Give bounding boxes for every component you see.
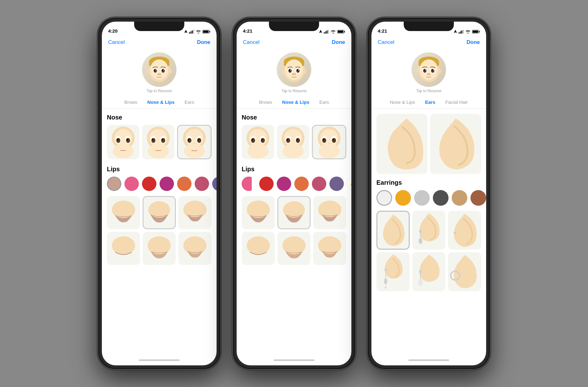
svg-rect-139 bbox=[459, 32, 459, 34]
nose-title-1: Nose bbox=[107, 114, 212, 121]
tab-ears-2[interactable]: Ears bbox=[314, 98, 334, 106]
tab-facial-hair-3[interactable]: Facial Hair bbox=[440, 98, 473, 106]
nose-grid-2 bbox=[242, 125, 346, 159]
lips-color-orange[interactable] bbox=[177, 177, 192, 191]
svg-rect-142 bbox=[463, 30, 464, 34]
lips-color-dark-2[interactable] bbox=[329, 177, 344, 191]
tab-nose-lips-3[interactable]: Nose & Lips bbox=[385, 98, 420, 106]
tab-nose-lips-2[interactable]: Nose & Lips bbox=[277, 98, 314, 106]
svg-point-123 bbox=[333, 139, 334, 140]
avatar-2[interactable] bbox=[277, 52, 311, 87]
tap-to-resume-1[interactable]: Tap to Resume bbox=[147, 89, 172, 93]
phone-2: 4:21 bbox=[233, 18, 355, 369]
svg-point-166 bbox=[418, 238, 422, 244]
tap-to-resume-2[interactable]: Tap to Resume bbox=[281, 89, 307, 93]
lips-shape-2[interactable] bbox=[143, 196, 176, 229]
tab-ears-3[interactable]: Ears bbox=[420, 98, 440, 106]
location-icon-3 bbox=[454, 30, 457, 34]
cancel-button-2[interactable]: Cancel bbox=[243, 39, 260, 45]
svg-rect-145 bbox=[473, 31, 478, 33]
lips-color-pink-2[interactable] bbox=[242, 177, 256, 191]
phones-container: 4:20 bbox=[98, 18, 490, 369]
lips-title-2: Lips bbox=[242, 166, 346, 173]
tap-to-resume-3[interactable]: Tap to Resume bbox=[416, 89, 442, 93]
scroll-content-2[interactable]: Nose bbox=[237, 109, 351, 355]
avatar-1[interactable] bbox=[142, 52, 176, 87]
lips-shape-4-2[interactable] bbox=[242, 232, 275, 265]
earring-long-drop[interactable] bbox=[376, 252, 410, 291]
nose-option-3[interactable] bbox=[177, 125, 212, 159]
svg-point-109 bbox=[296, 138, 300, 143]
svg-point-30 bbox=[126, 138, 130, 143]
lips-shape-1[interactable] bbox=[107, 196, 140, 229]
lips-shape-1-2[interactable] bbox=[242, 196, 275, 229]
lips-shape-3[interactable] bbox=[178, 196, 212, 229]
earring-color-gold[interactable] bbox=[395, 190, 411, 206]
svg-point-133 bbox=[247, 201, 270, 219]
lips-shape-4[interactable] bbox=[107, 232, 140, 265]
tab-ears-1[interactable]: Ears bbox=[180, 98, 199, 106]
lips-shape-2-2[interactable] bbox=[277, 196, 311, 229]
earring-drop[interactable] bbox=[412, 211, 445, 250]
svg-point-48 bbox=[148, 144, 169, 158]
lips-color-orange-2[interactable] bbox=[294, 177, 309, 191]
svg-point-44 bbox=[162, 139, 163, 140]
tab-brows-2[interactable]: Brows bbox=[254, 98, 277, 106]
svg-point-84 bbox=[297, 70, 298, 71]
nav-bar-3: Cancel Done bbox=[371, 35, 486, 49]
lips-color-mauve[interactable] bbox=[195, 177, 209, 191]
nose-opt-3-2[interactable] bbox=[312, 125, 346, 159]
nose-opt-1-2[interactable] bbox=[242, 125, 274, 159]
scroll-content-3[interactable]: Earrings bbox=[371, 109, 486, 355]
earring-stud-small[interactable] bbox=[448, 211, 481, 250]
home-indicator-3 bbox=[371, 355, 486, 365]
cancel-button-1[interactable]: Cancel bbox=[108, 39, 125, 45]
lips-grid-2 bbox=[242, 196, 346, 265]
avatar-3[interactable] bbox=[412, 52, 446, 87]
color-palette-button-2[interactable] bbox=[347, 177, 351, 191]
lips-color-purple-2[interactable] bbox=[277, 177, 291, 191]
lips-color-mauve-2[interactable] bbox=[312, 177, 326, 191]
done-button-3[interactable]: Done bbox=[467, 39, 480, 45]
svg-point-31 bbox=[117, 139, 118, 140]
lips-color-red-2[interactable] bbox=[259, 177, 274, 191]
scroll-content-1[interactable]: Nose bbox=[102, 109, 217, 355]
ear-top-1[interactable] bbox=[376, 114, 428, 174]
earring-color-dark[interactable] bbox=[433, 190, 449, 206]
svg-point-82 bbox=[296, 69, 300, 73]
tab-brows-1[interactable]: Brows bbox=[119, 98, 142, 106]
earring-color-white[interactable] bbox=[376, 190, 392, 206]
svg-point-83 bbox=[289, 70, 290, 71]
lips-shape-6-2[interactable] bbox=[313, 232, 346, 265]
done-button-2[interactable]: Done bbox=[332, 39, 345, 45]
earring-color-silver[interactable] bbox=[414, 190, 430, 206]
lips-color-tan[interactable] bbox=[107, 177, 121, 191]
earring-hoop[interactable] bbox=[448, 252, 481, 291]
signal-icon-3 bbox=[459, 30, 464, 34]
lips-color-purple[interactable] bbox=[160, 177, 174, 191]
nose-option-2[interactable] bbox=[142, 125, 175, 159]
signal-icon-2 bbox=[324, 30, 329, 34]
svg-point-14 bbox=[154, 69, 157, 73]
nose-option-1[interactable] bbox=[107, 125, 139, 159]
lips-shape-5-2[interactable] bbox=[277, 232, 311, 265]
lips-shape-3-2[interactable] bbox=[313, 196, 346, 229]
svg-point-160 bbox=[427, 74, 428, 75]
earring-pearl-drop[interactable] bbox=[412, 252, 445, 291]
lips-shape-6[interactable] bbox=[178, 232, 212, 265]
signal-icon-1 bbox=[189, 30, 194, 34]
tab-nose-lips-1[interactable]: Nose & Lips bbox=[142, 98, 180, 106]
lips-color-red[interactable] bbox=[142, 177, 156, 191]
lips-color-darkpurple[interactable] bbox=[212, 177, 217, 191]
earring-none[interactable] bbox=[376, 211, 410, 250]
done-button-1[interactable]: Done bbox=[197, 39, 211, 45]
lips-shape-5[interactable] bbox=[143, 232, 176, 265]
earring-color-brown[interactable] bbox=[470, 190, 486, 206]
nose-opt-2-2[interactable] bbox=[277, 125, 309, 159]
ear-top-2[interactable] bbox=[430, 114, 481, 174]
earring-color-tan[interactable] bbox=[452, 190, 467, 206]
lips-color-pink[interactable] bbox=[124, 177, 139, 191]
cancel-button-3[interactable]: Cancel bbox=[378, 39, 394, 45]
phone-3: 4:21 bbox=[368, 18, 490, 369]
svg-point-122 bbox=[323, 139, 324, 140]
